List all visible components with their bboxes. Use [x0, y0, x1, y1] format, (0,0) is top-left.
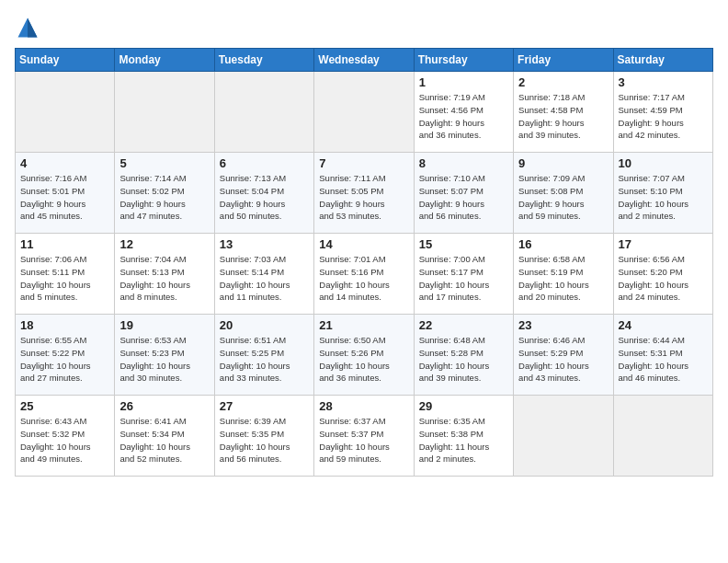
- day-number: 19: [119, 318, 209, 332]
- page-header: [15, 15, 713, 40]
- cell-info: Sunrise: 6:41 AM Sunset: 5:34 PM Dayligh…: [119, 415, 209, 465]
- cell-info: Sunrise: 7:11 AM Sunset: 5:05 PM Dayligh…: [319, 172, 408, 223]
- calendar-cell: 10Sunrise: 7:07 AM Sunset: 5:10 PM Dayli…: [613, 153, 712, 234]
- day-number: 22: [419, 318, 508, 332]
- cell-info: Sunrise: 7:06 AM Sunset: 5:11 PM Dayligh…: [20, 253, 109, 304]
- cell-info: Sunrise: 7:10 AM Sunset: 5:07 PM Dayligh…: [419, 172, 508, 223]
- calendar-cell: 9Sunrise: 7:09 AM Sunset: 5:08 PM Daylig…: [514, 153, 613, 234]
- calendar-cell: 28Sunrise: 6:37 AM Sunset: 5:37 PM Dayli…: [314, 396, 414, 477]
- weekday-header-sunday: Sunday: [16, 49, 115, 72]
- cell-info: Sunrise: 6:43 AM Sunset: 5:32 PM Dayligh…: [20, 415, 109, 465]
- day-number: 28: [319, 399, 408, 413]
- calendar-cell: 8Sunrise: 7:10 AM Sunset: 5:07 PM Daylig…: [414, 153, 513, 234]
- day-number: 7: [319, 156, 408, 170]
- cell-info: Sunrise: 7:16 AM Sunset: 5:01 PM Dayligh…: [20, 172, 109, 223]
- weekday-header-friday: Friday: [514, 49, 613, 72]
- day-number: 23: [518, 318, 608, 332]
- calendar-cell: 16Sunrise: 6:58 AM Sunset: 5:19 PM Dayli…: [514, 234, 613, 315]
- weekday-header-tuesday: Tuesday: [214, 49, 313, 72]
- calendar-cell: 25Sunrise: 6:43 AM Sunset: 5:32 PM Dayli…: [16, 396, 115, 477]
- day-number: 2: [518, 75, 608, 89]
- cell-info: Sunrise: 7:14 AM Sunset: 5:02 PM Dayligh…: [119, 172, 209, 223]
- calendar-cell: [115, 72, 214, 153]
- calendar-cell: 11Sunrise: 7:06 AM Sunset: 5:11 PM Dayli…: [16, 234, 115, 315]
- calendar-cell: [16, 72, 115, 153]
- cell-info: Sunrise: 7:18 AM Sunset: 4:58 PM Dayligh…: [518, 91, 608, 142]
- cell-info: Sunrise: 6:35 AM Sunset: 5:38 PM Dayligh…: [419, 415, 508, 465]
- day-number: 12: [119, 237, 209, 251]
- day-number: 10: [619, 156, 708, 170]
- calendar-cell: 13Sunrise: 7:03 AM Sunset: 5:14 PM Dayli…: [214, 234, 313, 315]
- day-number: 15: [419, 237, 508, 251]
- calendar-cell: 23Sunrise: 6:46 AM Sunset: 5:29 PM Dayli…: [514, 315, 613, 396]
- calendar-cell: 1Sunrise: 7:19 AM Sunset: 4:56 PM Daylig…: [414, 72, 513, 153]
- calendar-week-4: 18Sunrise: 6:55 AM Sunset: 5:22 PM Dayli…: [16, 315, 713, 396]
- day-number: 17: [619, 237, 708, 251]
- day-number: 9: [518, 156, 608, 170]
- day-number: 21: [319, 318, 408, 332]
- svg-marker-1: [28, 18, 38, 38]
- day-number: 27: [220, 399, 309, 413]
- calendar-cell: 14Sunrise: 7:01 AM Sunset: 5:16 PM Dayli…: [314, 234, 414, 315]
- day-number: 24: [619, 318, 708, 332]
- cell-info: Sunrise: 7:07 AM Sunset: 5:10 PM Dayligh…: [619, 172, 708, 223]
- logo: [15, 15, 44, 40]
- calendar-cell: 18Sunrise: 6:55 AM Sunset: 5:22 PM Dayli…: [16, 315, 115, 396]
- cell-info: Sunrise: 7:09 AM Sunset: 5:08 PM Dayligh…: [518, 172, 608, 223]
- weekday-header-wednesday: Wednesday: [314, 49, 414, 72]
- weekday-header-monday: Monday: [115, 49, 214, 72]
- cell-info: Sunrise: 6:55 AM Sunset: 5:22 PM Dayligh…: [20, 334, 109, 385]
- calendar-cell: 21Sunrise: 6:50 AM Sunset: 5:26 PM Dayli…: [314, 315, 414, 396]
- day-number: 20: [220, 318, 309, 332]
- calendar-cell: 19Sunrise: 6:53 AM Sunset: 5:23 PM Dayli…: [115, 315, 214, 396]
- day-number: 8: [419, 156, 508, 170]
- cell-info: Sunrise: 7:01 AM Sunset: 5:16 PM Dayligh…: [319, 253, 408, 304]
- calendar-cell: 5Sunrise: 7:14 AM Sunset: 5:02 PM Daylig…: [115, 153, 214, 234]
- cell-info: Sunrise: 7:04 AM Sunset: 5:13 PM Dayligh…: [119, 253, 209, 304]
- cell-info: Sunrise: 6:46 AM Sunset: 5:29 PM Dayligh…: [518, 334, 608, 385]
- calendar-cell: 20Sunrise: 6:51 AM Sunset: 5:25 PM Dayli…: [214, 315, 313, 396]
- calendar-cell: 17Sunrise: 6:56 AM Sunset: 5:20 PM Dayli…: [613, 234, 712, 315]
- day-number: 6: [220, 156, 309, 170]
- calendar-cell: [314, 72, 414, 153]
- cell-info: Sunrise: 6:48 AM Sunset: 5:28 PM Dayligh…: [419, 334, 508, 385]
- cell-info: Sunrise: 6:53 AM Sunset: 5:23 PM Dayligh…: [119, 334, 209, 385]
- day-number: 18: [20, 318, 109, 332]
- day-number: 25: [20, 399, 109, 413]
- day-number: 29: [419, 399, 508, 413]
- cell-info: Sunrise: 7:19 AM Sunset: 4:56 PM Dayligh…: [419, 91, 508, 142]
- cell-info: Sunrise: 6:51 AM Sunset: 5:25 PM Dayligh…: [220, 334, 309, 385]
- cell-info: Sunrise: 6:39 AM Sunset: 5:35 PM Dayligh…: [220, 415, 309, 465]
- cell-info: Sunrise: 6:56 AM Sunset: 5:20 PM Dayligh…: [619, 253, 708, 304]
- day-number: 5: [119, 156, 209, 170]
- cell-info: Sunrise: 7:03 AM Sunset: 5:14 PM Dayligh…: [220, 253, 309, 304]
- calendar-cell: 22Sunrise: 6:48 AM Sunset: 5:28 PM Dayli…: [414, 315, 513, 396]
- calendar-cell: 26Sunrise: 6:41 AM Sunset: 5:34 PM Dayli…: [115, 396, 214, 477]
- day-number: 1: [419, 75, 508, 89]
- day-number: 16: [518, 237, 608, 251]
- day-number: 13: [220, 237, 309, 251]
- cell-info: Sunrise: 6:37 AM Sunset: 5:37 PM Dayligh…: [319, 415, 408, 465]
- calendar-cell: [613, 396, 712, 477]
- weekday-header-row: SundayMondayTuesdayWednesdayThursdayFrid…: [16, 49, 713, 72]
- calendar-cell: 29Sunrise: 6:35 AM Sunset: 5:38 PM Dayli…: [414, 396, 513, 477]
- calendar-cell: 15Sunrise: 7:00 AM Sunset: 5:17 PM Dayli…: [414, 234, 513, 315]
- cell-info: Sunrise: 7:13 AM Sunset: 5:04 PM Dayligh…: [220, 172, 309, 223]
- cell-info: Sunrise: 6:58 AM Sunset: 5:19 PM Dayligh…: [518, 253, 608, 304]
- cell-info: Sunrise: 6:50 AM Sunset: 5:26 PM Dayligh…: [319, 334, 408, 385]
- calendar-cell: 12Sunrise: 7:04 AM Sunset: 5:13 PM Dayli…: [115, 234, 214, 315]
- calendar-cell: 6Sunrise: 7:13 AM Sunset: 5:04 PM Daylig…: [214, 153, 313, 234]
- calendar-cell: 27Sunrise: 6:39 AM Sunset: 5:35 PM Dayli…: [214, 396, 313, 477]
- calendar-cell: 4Sunrise: 7:16 AM Sunset: 5:01 PM Daylig…: [16, 153, 115, 234]
- weekday-header-thursday: Thursday: [414, 49, 513, 72]
- cell-info: Sunrise: 7:00 AM Sunset: 5:17 PM Dayligh…: [419, 253, 508, 304]
- calendar-table: SundayMondayTuesdayWednesdayThursdayFrid…: [15, 48, 713, 477]
- calendar-cell: 3Sunrise: 7:17 AM Sunset: 4:59 PM Daylig…: [613, 72, 712, 153]
- weekday-header-saturday: Saturday: [613, 49, 712, 72]
- day-number: 11: [20, 237, 109, 251]
- calendar-cell: [214, 72, 313, 153]
- calendar-week-2: 4Sunrise: 7:16 AM Sunset: 5:01 PM Daylig…: [16, 153, 713, 234]
- calendar-cell: [514, 396, 613, 477]
- day-number: 3: [619, 75, 708, 89]
- cell-info: Sunrise: 7:17 AM Sunset: 4:59 PM Dayligh…: [619, 91, 708, 142]
